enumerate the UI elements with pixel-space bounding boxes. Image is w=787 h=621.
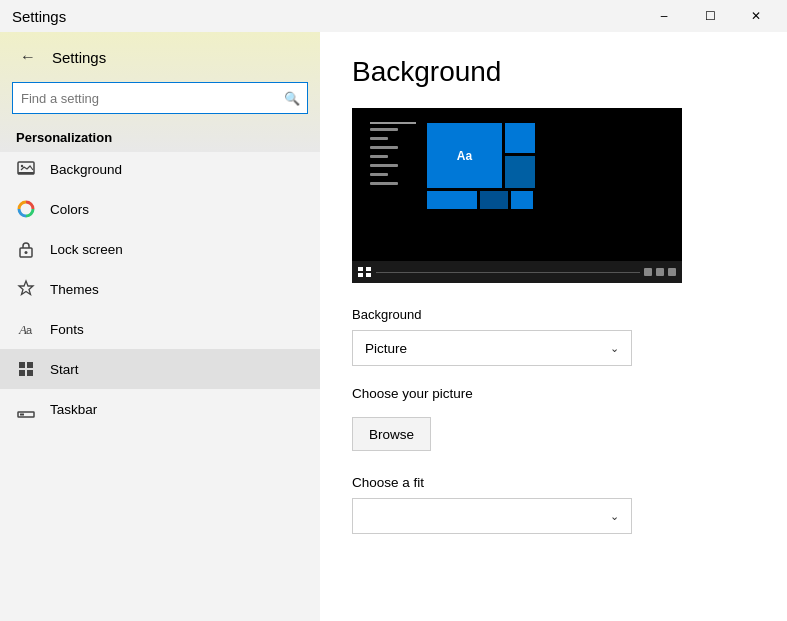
taskbar-start-icon — [358, 267, 372, 277]
preview-panel-1 — [505, 123, 535, 153]
close-button[interactable]: ✕ — [733, 0, 779, 32]
sidebar-item-fonts-label: Fonts — [50, 322, 84, 337]
background-dropdown[interactable]: Picture ⌄ — [352, 330, 632, 366]
sidebar: ← Settings 🔍 Personalization Background — [0, 32, 320, 621]
sidebar-item-background[interactable]: Background — [0, 149, 320, 189]
svg-point-2 — [21, 165, 23, 167]
chevron-down-icon: ⌄ — [610, 342, 619, 355]
svg-rect-10 — [19, 370, 25, 376]
taskbar-icons — [644, 268, 676, 276]
sidebar-item-taskbar-label: Taskbar — [50, 402, 97, 417]
minimize-button[interactable]: – — [641, 0, 687, 32]
taskbar-line — [376, 272, 640, 273]
content-area: Background — [320, 32, 787, 621]
choose-picture-heading: Choose your picture — [352, 386, 755, 401]
sidebar-item-taskbar[interactable]: Taskbar — [0, 389, 320, 429]
sidebar-item-background-label: Background — [50, 162, 122, 177]
sidebar-item-start[interactable]: Start — [0, 349, 320, 389]
dropdown-selected-value: Picture — [365, 341, 407, 356]
preview-line-1 — [370, 128, 398, 131]
svg-rect-11 — [27, 370, 33, 376]
preview-line-5 — [370, 164, 398, 167]
lock-screen-icon — [16, 239, 36, 259]
sidebar-item-colors-label: Colors — [50, 202, 89, 217]
browse-button[interactable]: Browse — [352, 417, 431, 451]
sidebar-item-colors[interactable]: Colors — [0, 189, 320, 229]
maximize-button[interactable]: ☐ — [687, 0, 733, 32]
page-title: Background — [352, 56, 755, 88]
sidebar-item-themes-label: Themes — [50, 282, 99, 297]
svg-rect-8 — [19, 362, 25, 368]
sidebar-app-title: Settings — [52, 49, 106, 66]
preview-line-7 — [370, 182, 398, 185]
svg-rect-13 — [20, 414, 24, 416]
search-input[interactable] — [12, 82, 308, 114]
section-label: Personalization — [0, 122, 320, 149]
sidebar-item-fonts[interactable]: A a Fonts — [0, 309, 320, 349]
preview-line-3 — [370, 146, 398, 149]
taskbar-icon — [16, 399, 36, 419]
preview-bottom-2 — [480, 191, 508, 209]
preview-side-panels — [505, 123, 535, 188]
sidebar-item-lock-screen-label: Lock screen — [50, 242, 123, 257]
fit-chevron-down-icon: ⌄ — [610, 510, 619, 523]
preview-aa-text: Aa — [457, 149, 472, 163]
colors-icon — [16, 199, 36, 219]
title-bar-controls: – ☐ ✕ — [641, 0, 779, 32]
sidebar-item-themes[interactable]: Themes — [0, 269, 320, 309]
sidebar-header: ← Settings — [0, 32, 320, 78]
preview-line-2 — [370, 137, 388, 140]
title-bar-title: Settings — [12, 8, 66, 25]
preview-bottom-panels — [427, 191, 535, 209]
themes-icon — [16, 279, 36, 299]
background-preview: Aa — [352, 108, 682, 283]
start-icon — [16, 359, 36, 379]
preview-panel-2 — [505, 156, 535, 188]
preview-windows: Aa — [427, 123, 535, 209]
background-icon — [16, 159, 36, 179]
svg-rect-9 — [27, 362, 33, 368]
title-bar-left: Settings — [12, 8, 66, 25]
fit-dropdown[interactable]: ⌄ — [352, 498, 632, 534]
svg-point-5 — [25, 251, 28, 254]
choose-fit-label: Choose a fit — [352, 475, 755, 490]
search-icon: 🔍 — [284, 91, 300, 106]
search-box: 🔍 — [12, 82, 308, 114]
preview-taskbar — [352, 261, 682, 283]
fonts-icon: A a — [16, 319, 36, 339]
preview-line-4 — [370, 155, 388, 158]
title-bar: Settings – ☐ ✕ — [0, 0, 787, 32]
preview-bottom-3 — [511, 191, 533, 209]
sidebar-item-lock-screen[interactable]: Lock screen — [0, 229, 320, 269]
sidebar-item-start-label: Start — [50, 362, 79, 377]
preview-sidebar-lines — [370, 128, 398, 185]
preview-line-6 — [370, 173, 388, 176]
main-layout: ← Settings 🔍 Personalization Background — [0, 32, 787, 621]
preview-main-window: Aa — [427, 123, 502, 188]
preview-desktop: Aa — [352, 108, 682, 261]
back-button[interactable]: ← — [16, 44, 40, 70]
preview-top-line — [370, 122, 416, 124]
background-dropdown-label: Background — [352, 307, 755, 322]
back-icon: ← — [20, 48, 36, 66]
preview-bottom-1 — [427, 191, 477, 209]
svg-rect-1 — [18, 172, 34, 174]
svg-text:a: a — [26, 324, 33, 336]
